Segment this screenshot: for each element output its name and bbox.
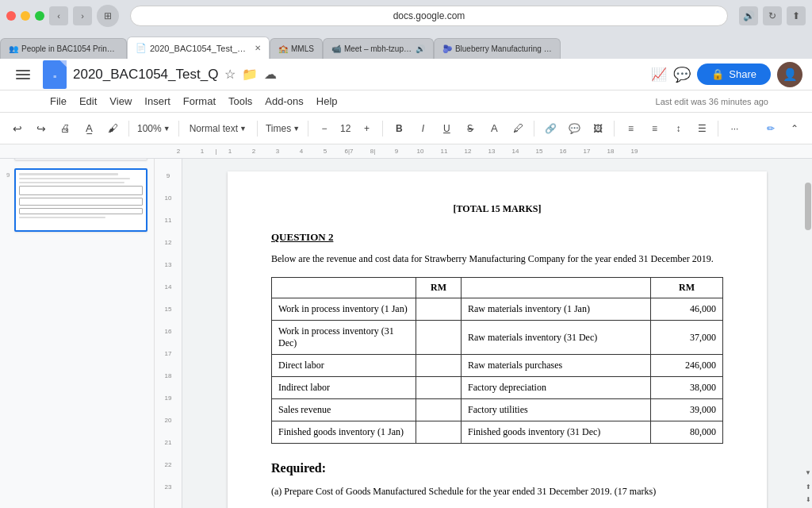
font-size-decrease[interactable]: − [313,117,335,140]
maximize-button[interactable] [35,11,44,21]
menu-edit[interactable]: Edit [73,94,103,109]
menu-insert[interactable]: Insert [138,94,177,109]
line-spacing[interactable]: ↕ [667,117,689,140]
highlight-button[interactable]: 🖊 [507,117,529,140]
trend-icon[interactable]: 📈 [651,67,667,82]
link-button[interactable]: 🔗 [539,117,561,140]
share-button[interactable]: 🔒 Share [697,64,771,85]
tab-mmls[interactable]: 🏫 MMLS [270,38,323,59]
bold-button[interactable]: B [388,117,410,140]
question-header: QUESTION 2 [271,229,723,244]
font-selector[interactable]: Times ▼ [262,118,303,139]
align-left[interactable]: ≡ [619,117,642,140]
row2-left-value [416,321,462,355]
image-button[interactable]: 🖼 [587,117,609,140]
table-row: Finished goods inventory (1 Jan) Finishe… [272,421,723,444]
table-row: Indirect labor Factory depreciation 38,0… [272,377,723,399]
row6-right-value: 80,000 [650,421,722,444]
doc-scroll-area[interactable]: [TOTAL 15 MARKS] QUESTION 2 Below are th… [182,159,812,508]
menu-file[interactable]: File [44,94,73,109]
required-label: Required: [271,461,326,475]
table-row: Sales revenue Factory utilities 39,000 [272,399,723,421]
spellcheck-button[interactable]: A̲ [78,117,100,140]
scroll-down-arrow[interactable]: ▼ [804,468,812,476]
scrollbar-thumb[interactable] [805,183,811,230]
comment-button[interactable]: 💬 [563,117,585,140]
speaker-icon[interactable]: 🔊 [739,6,758,25]
tab-active-label: 2020_BAC1054_Test_Q – Google D... [150,44,248,53]
row3-right-value: 246,000 [650,355,722,377]
underline-button[interactable]: U [435,117,458,140]
total-marks-top: [TOTAL 15 MARKS] [271,203,723,215]
italic-button[interactable]: I [412,117,434,140]
scroll-icon-1[interactable]: ⬆ [804,483,812,491]
menu-view[interactable]: View [103,94,138,109]
tab-active-favicon: 📄 [136,43,147,53]
table-header-row: RM RM [272,278,723,298]
paintformat-button[interactable]: 🖌 [102,117,124,140]
align-center[interactable]: ≡ [643,117,665,140]
row3-left-label: Direct labor [272,355,416,377]
zoom-selector[interactable]: 100% ▼ [134,118,174,139]
grid-icon[interactable]: ⊞ [97,5,119,27]
scrollbar-track[interactable]: ▼ ⬆ ⬇ [804,159,812,508]
ruler: 2 1 | 1 2 3 4 5 6|7 8| 9 10 11 12 13 14 … [0,144,812,159]
tab-blueberry-favicon: 🫐 [442,44,452,53]
tab-meet[interactable]: 📹 Meet – mbh-tzup-dxp 🔊 [323,38,434,59]
page-thumb-2[interactable] [14,168,147,232]
row6-left-value [416,421,462,444]
separator-3 [257,121,258,137]
row5-left-value [416,399,462,421]
menu-addons[interactable]: Add-ons [259,94,309,109]
tab-meet-label: Meet – mbh-tzup-dxp [344,44,412,53]
font-size-value: 12 [337,123,354,134]
tab-people[interactable]: 👥 People in BAC1054 Principles of M... [0,38,127,59]
more-button[interactable]: ··· [723,117,745,140]
print-button[interactable]: 🖨 [54,117,76,140]
sidebar-toggle[interactable] [10,61,36,88]
menu-tools[interactable]: Tools [222,94,259,109]
tab-meet-favicon: 📹 [331,44,341,53]
menu-help[interactable]: Help [310,94,344,109]
text-style-selector[interactable]: Normal text ▼ [184,118,252,139]
strikethrough-button[interactable]: S̶ [459,117,481,140]
tab-blueberry[interactable]: 🫐 Blueberry Manufacturing Compa... [434,38,561,59]
share-ext-icon[interactable]: ⬆ [787,6,806,25]
font-size-increase[interactable]: + [355,117,377,140]
cloud-icon[interactable]: ☁ [264,67,277,82]
list-button[interactable]: ☰ [691,117,713,140]
star-icon[interactable]: ☆ [224,67,236,82]
back-button[interactable]: ‹ [49,6,68,25]
row6-right-label: Finished goods inventory (31 Dec) [461,421,650,444]
doc-title[interactable]: 2020_BAC1054_Test_Q [73,67,218,83]
forward-button[interactable]: › [73,6,92,25]
minimize-button[interactable] [21,11,30,21]
user-avatar[interactable]: 👤 [777,62,802,87]
redo-button[interactable]: ↪ [30,117,52,140]
tab-blueberry-label: Blueberry Manufacturing Compa... [455,44,552,53]
tab-active-close[interactable]: ✕ [255,44,261,52]
edit-mode-button[interactable]: ✏ [760,117,782,140]
refresh-icon[interactable]: ↻ [763,6,782,25]
comment-icon[interactable]: 💬 [673,66,691,83]
row2-right-label: Raw materials inventory (31 Dec) [461,321,650,355]
tab-active[interactable]: 📄 2020_BAC1054_Test_Q – Google D... ✕ [127,37,270,59]
menu-format[interactable]: Format [177,94,222,109]
row5-right-value: 39,000 [650,399,722,421]
close-button[interactable] [6,11,16,21]
undo-button[interactable]: ↩ [6,117,29,140]
margin-ruler: 9 10 11 12 13 14 15 16 17 18 19 20 21 22… [155,159,182,508]
doc-page: [TOTAL 15 MARKS] QUESTION 2 Below are th… [228,171,767,508]
scroll-icon-2[interactable]: ⬇ [804,495,812,503]
row3-left-value [416,355,462,377]
folder-icon[interactable]: 📁 [242,67,258,82]
collapse-toolbar[interactable]: ⌃ [783,117,806,140]
color-button[interactable]: A [483,117,505,140]
url-bar[interactable]: docs.google.com [130,6,728,26]
zoom-value: 100% [137,123,162,134]
tab-mmls-favicon: 🏫 [278,44,288,53]
row4-right-value: 38,000 [650,377,722,399]
row4-left-label: Indirect labor [272,377,416,399]
doc-app-icon: ≡ [43,60,67,89]
separator-1 [128,121,129,137]
